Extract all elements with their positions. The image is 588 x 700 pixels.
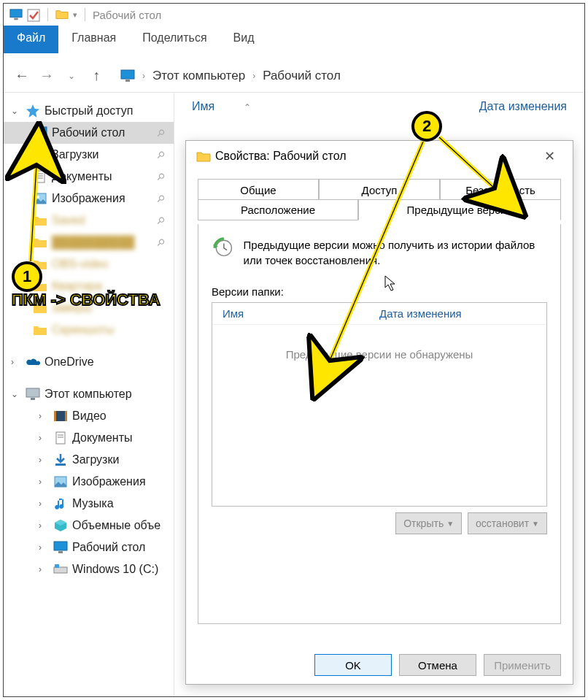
document-icon — [53, 431, 68, 445]
checkbox-icon[interactable] — [27, 9, 40, 20]
monitor-icon — [33, 126, 47, 139]
cancel-button[interactable]: Отмена — [399, 654, 476, 676]
svg-rect-4 — [125, 80, 130, 82]
crumb-current[interactable]: Рабочий стол — [263, 69, 341, 83]
svg-rect-26 — [54, 567, 67, 573]
svg-rect-5 — [34, 127, 47, 136]
tree-label: Изображения — [52, 192, 125, 205]
ribbon-tab-share[interactable]: Поделиться — [129, 26, 220, 53]
tree-desktop2[interactable]: ›Рабочий стол — [4, 536, 174, 558]
ok-button[interactable]: OK — [314, 654, 392, 676]
tree-pinned-folder[interactable]: Saved⚲ — [4, 209, 174, 231]
info-text: Предыдущие версии можно получить из исто… — [244, 237, 547, 268]
tree-label: Рабочий стол — [72, 541, 145, 554]
tree-label: Загрузки — [72, 453, 119, 466]
chevron-right-icon[interactable]: › — [39, 411, 49, 421]
nav-history-icon[interactable]: ⌄ — [63, 71, 80, 81]
chevron-right-icon[interactable]: › — [39, 433, 49, 443]
annotation-badge-2: 2 — [411, 111, 442, 142]
folder-icon — [33, 214, 47, 227]
tree-documents[interactable]: Документы ⚲ — [4, 166, 174, 188]
crumb-root[interactable]: Этот компьютер — [152, 69, 245, 83]
picture-icon — [33, 192, 47, 205]
tree-desktop[interactable]: Рабочий стол ⚲ — [4, 122, 174, 144]
tree-documents2[interactable]: ›Документы — [4, 427, 174, 449]
tab-sharing[interactable]: Доступ — [319, 179, 440, 200]
dialog-titlebar[interactable]: Свойства: Рабочий стол ✕ — [186, 141, 573, 172]
tree-onedrive[interactable]: › OneDrive — [4, 351, 174, 373]
monitor-icon — [120, 69, 135, 82]
chevron-right-icon[interactable]: › — [39, 520, 49, 531]
chevron-right-icon[interactable]: › — [142, 71, 145, 81]
monitor-icon — [53, 541, 68, 554]
versions-label: Версии папки: — [212, 285, 547, 298]
svg-rect-25 — [58, 551, 63, 553]
ribbon-tab-file[interactable]: Файл — [4, 26, 58, 53]
ribbon-tab-view[interactable]: Вид — [220, 26, 268, 53]
nav-up-icon[interactable]: ↑ — [88, 67, 104, 84]
vcol-date[interactable]: Дата изменения — [379, 307, 536, 320]
download-icon — [53, 453, 68, 466]
chevron-right-icon[interactable]: › — [252, 71, 255, 81]
tree-music[interactable]: ›Музыка — [4, 493, 174, 515]
col-name[interactable]: Имя — [192, 100, 214, 112]
chevron-right-icon[interactable]: › — [39, 455, 49, 465]
chevron-right-icon[interactable]: › — [11, 357, 21, 367]
chevron-right-icon[interactable]: › — [39, 477, 49, 487]
close-icon[interactable]: ✕ — [537, 145, 562, 167]
pin-icon: ⚲ — [155, 214, 168, 227]
folder-icon — [55, 9, 69, 20]
chevron-down-icon[interactable]: ⌄ — [11, 106, 21, 116]
breadcrumb[interactable]: › Этот компьютер › Рабочий стол — [120, 69, 341, 83]
vcol-name[interactable]: Имя — [223, 307, 379, 320]
star-icon — [26, 104, 40, 118]
tree-videos[interactable]: ›Видео — [4, 405, 174, 427]
pin-icon: ⚲ — [155, 148, 168, 161]
versions-list[interactable]: Имя Дата изменения Предыдущие версии не … — [212, 302, 547, 507]
chevron-right-icon[interactable]: › — [39, 564, 49, 574]
tab-content: Предыдущие версии можно получить из исто… — [198, 224, 561, 624]
qat-dropdown-icon[interactable]: ▾ — [73, 10, 77, 20]
tree-label: Рабочий стол — [52, 126, 125, 139]
tab-general[interactable]: Общие — [198, 179, 319, 200]
tree-downloads2[interactable]: ›Загрузки — [4, 449, 174, 471]
video-icon — [53, 409, 68, 423]
svg-rect-27 — [55, 564, 59, 568]
tree-quick-access[interactable]: ⌄ Быстрый доступ — [4, 100, 174, 122]
folder-icon — [196, 150, 211, 163]
chevron-down-icon[interactable]: ⌄ — [11, 389, 21, 399]
tree-drive-c[interactable]: ›Windows 10 (C:) — [4, 558, 174, 580]
sort-caret-icon: ⌃ — [244, 102, 251, 112]
tree-pictures2[interactable]: ›Изображения — [4, 471, 174, 493]
tab-previous-versions[interactable]: Предыдущие версии — [358, 199, 561, 220]
column-headers[interactable]: Имя⌃ Дата изменения — [174, 93, 584, 120]
tree-this-pc[interactable]: ⌄ Этот компьютер — [4, 383, 174, 405]
drive-icon — [53, 563, 68, 576]
svg-rect-8 — [36, 171, 45, 182]
col-date[interactable]: Дата изменения — [479, 100, 567, 112]
dropdown-icon: ▼ — [532, 520, 539, 528]
navbar: ← → ⌄ ↑ › Этот компьютер › Рабочий стол — [4, 59, 584, 93]
open-button: Открыть▼ — [395, 512, 462, 534]
nav-back-icon[interactable]: ← — [14, 67, 30, 84]
tab-security[interactable]: Безопасность — [440, 179, 561, 200]
chevron-right-icon[interactable]: › — [39, 542, 49, 553]
tree-3dobjects[interactable]: ›Объемные объе — [4, 515, 174, 536]
tree-label: Изображения — [72, 475, 146, 488]
tab-location[interactable]: Расположение — [198, 199, 358, 220]
restore-clock-icon — [212, 237, 233, 268]
annotation-badge-1: 1 — [12, 261, 42, 292]
pin-icon: ⚲ — [155, 126, 168, 139]
annotation-text-1: ПКМ -> СВОЙСТВА — [12, 291, 160, 309]
chevron-right-icon[interactable]: › — [39, 499, 49, 509]
tree-pinned-folder[interactable]: Скриншоты — [4, 319, 174, 341]
tree-pictures[interactable]: Изображения ⚲ — [4, 188, 174, 209]
pin-icon: ⚲ — [155, 192, 168, 205]
tree-pinned-folder[interactable]: ██████████⚲ — [4, 231, 174, 253]
svg-rect-14 — [26, 388, 39, 397]
picture-icon — [53, 475, 68, 488]
svg-rect-1 — [14, 18, 18, 20]
svg-rect-24 — [54, 542, 67, 550]
ribbon-tab-home[interactable]: Главная — [58, 26, 129, 53]
tree-downloads[interactable]: Загрузки ⚲ — [4, 144, 174, 166]
